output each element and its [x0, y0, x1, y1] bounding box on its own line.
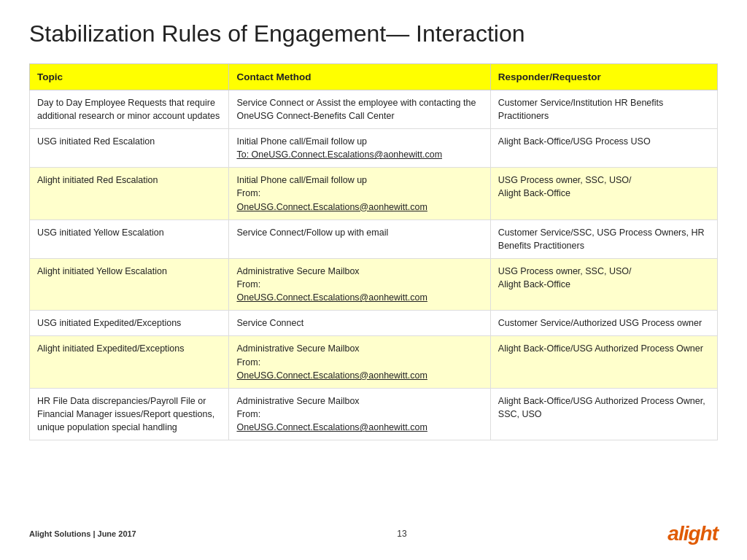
email-link[interactable]: OneUSG.Connect.Escalations@aonhewitt.com	[236, 291, 482, 304]
footer-page-number: 13	[397, 529, 406, 539]
cell-contact: Initial Phone call/Email follow upFrom:O…	[229, 168, 490, 219]
cell-topic: Alight initiated Red Escalation	[30, 168, 229, 219]
cell-topic: Alight initiated Yellow Escalation	[30, 258, 229, 310]
cell-contact: Service Connect	[229, 311, 490, 336]
table-row: Alight initiated Expedited/ExceptionsAdm…	[30, 336, 718, 388]
cell-topic: USG initiated Red Escalation	[30, 129, 229, 168]
cell-responder: Alight Back-Office/USG Authorized Proces…	[490, 336, 717, 388]
email-link[interactable]: OneUSG.Connect.Escalations@aonhewitt.com	[236, 369, 482, 382]
cell-contact: Service Connect or Assist the employee w…	[229, 90, 490, 128]
footer-brand: Alight Solutions | June 2017	[29, 529, 136, 538]
cell-topic: USG initiated Yellow Escalation	[30, 219, 229, 258]
cell-responder: Customer Service/SSC, USG Process Owners…	[490, 219, 717, 258]
table-row: Alight initiated Yellow EscalationAdmini…	[30, 258, 718, 310]
table-row: Alight initiated Red EscalationInitial P…	[30, 168, 718, 219]
footer-date: June 2017	[98, 529, 136, 538]
footer: Alight Solutions | June 2017 13 alight	[29, 515, 718, 545]
col-header-topic: Topic	[30, 63, 229, 90]
email-link[interactable]: OneUSG.Connect.Escalations@aonhewitt.com	[236, 421, 482, 434]
table-row: HR File Data discrepancies/Payroll File …	[30, 388, 718, 440]
cell-topic: Day to Day Employee Requests that requir…	[30, 90, 229, 128]
page: Stabilization Rules of Engagement— Inter…	[0, 0, 747, 560]
cell-responder: Customer Service/Institution HR Benefits…	[490, 90, 717, 128]
table-row: USG initiated Yellow EscalationService C…	[30, 219, 718, 258]
cell-topic: Alight initiated Expedited/Exceptions	[30, 336, 229, 388]
email-link[interactable]: To: OneUSG.Connect.Escalations@aonhewitt…	[236, 148, 482, 161]
footer-logo: alight	[667, 522, 718, 545]
table-row: Day to Day Employee Requests that requir…	[30, 90, 718, 128]
col-header-contact: Contact Method	[229, 63, 490, 90]
page-title: Stabilization Rules of Engagement— Inter…	[29, 20, 718, 47]
cell-responder: USG Process owner, SSC, USO/ Alight Back…	[490, 258, 717, 310]
cell-responder: USG Process owner, SSC, USO/ Alight Back…	[490, 168, 717, 219]
brand-name: Alight Solutions	[29, 529, 90, 538]
engagement-table: Topic Contact Method Responder/Requestor…	[29, 63, 718, 440]
cell-responder: Alight Back-Office/USG Authorized Proces…	[490, 388, 717, 440]
cell-responder: Customer Service/Authorized USG Process …	[490, 311, 717, 336]
cell-responder: Alight Back-Office/USG Process USO	[490, 129, 717, 168]
cell-topic: HR File Data discrepancies/Payroll File …	[30, 388, 229, 440]
table-row: USG initiated Expedited/ExceptionsServic…	[30, 311, 718, 336]
table-row: USG initiated Red EscalationInitial Phon…	[30, 129, 718, 168]
cell-contact: Initial Phone call/Email follow upTo: On…	[229, 129, 490, 168]
cell-contact: Administrative Secure MailboxFrom:OneUSG…	[229, 258, 490, 310]
cell-contact: Service Connect/Follow up with email	[229, 219, 490, 258]
email-link[interactable]: OneUSG.Connect.Escalations@aonhewitt.com	[236, 201, 482, 214]
cell-contact: Administrative Secure MailboxFrom:OneUSG…	[229, 336, 490, 388]
cell-contact: Administrative Secure MailboxFrom:OneUSG…	[229, 388, 490, 440]
col-header-responder: Responder/Requestor	[490, 63, 717, 90]
cell-topic: USG initiated Expedited/Exceptions	[30, 311, 229, 336]
